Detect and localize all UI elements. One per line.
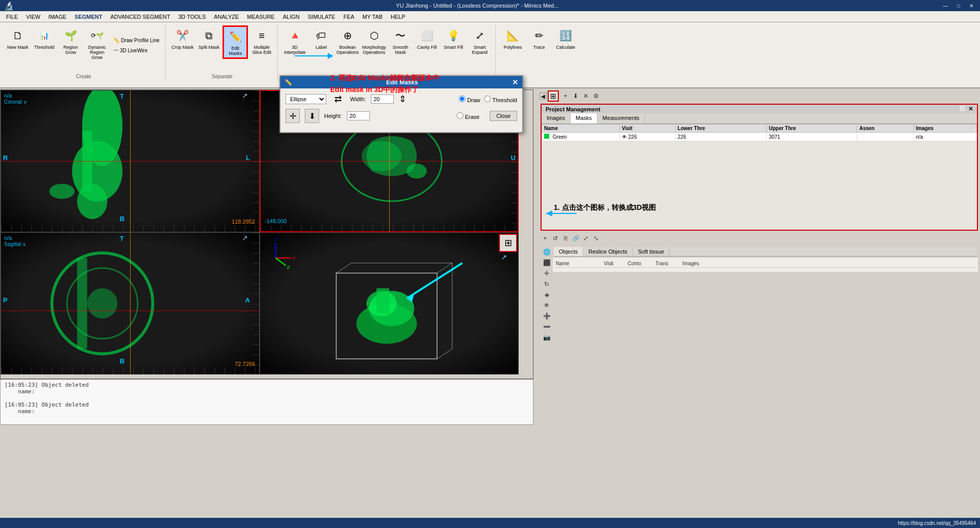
- smart-expand-label: Smart Expand: [468, 45, 491, 55]
- rotate-icon[interactable]: ↻: [542, 279, 551, 289]
- add-3d-button[interactable]: +: [541, 234, 550, 243]
- smart-expand-button[interactable]: ⤢ Smart Expand: [467, 25, 492, 57]
- add-3d-icon[interactable]: ➕: [542, 312, 551, 321]
- 3d-visualization: Y X Z: [260, 233, 518, 374]
- settings-icon-r[interactable]: ⚙: [591, 91, 600, 101]
- pm-expand-icon[interactable]: ⬜: [959, 106, 966, 112]
- edit-masks-button[interactable]: ✏️ Edit Masks: [223, 25, 248, 59]
- viewport-3d[interactable]: Y X Z ⊞ ↗: [260, 232, 519, 375]
- threshold-button[interactable]: 📊 Threshold: [31, 25, 57, 62]
- menu-help[interactable]: HELP: [387, 13, 409, 21]
- erase-radio[interactable]: [457, 112, 463, 119]
- minus-icon[interactable]: ➖: [542, 322, 551, 331]
- collapse-button[interactable]: ⤡: [591, 234, 600, 243]
- region-grow-button[interactable]: 🌱 RegionGrow: [58, 25, 83, 62]
- threshold-radio[interactable]: [484, 96, 491, 102]
- 3d-convert-button[interactable]: ⊞: [548, 90, 559, 102]
- pm-title-label: Project Management: [546, 106, 600, 112]
- height-input[interactable]: [347, 111, 370, 120]
- dialog-close-button[interactable]: ✕: [512, 78, 518, 86]
- crop-mask-button[interactable]: ✂️ Crop Mask: [170, 25, 195, 59]
- polylines-button[interactable]: 📐 Polylines: [500, 25, 525, 52]
- link-button[interactable]: 🔗: [571, 234, 580, 243]
- letter-b-sagittal: B: [120, 357, 124, 365]
- menu-image[interactable]: IMAGE: [44, 13, 70, 21]
- menu-3d-tools[interactable]: 3D TOOLS: [174, 13, 210, 21]
- objects-area: Objects Reslice Objects Soft tissue Name…: [553, 246, 978, 344]
- viewport-coronal[interactable]: n/a Coronal ∨ T B R L 118.2852 ↗: [1, 90, 260, 232]
- pm-tab-images[interactable]: Images: [542, 113, 571, 123]
- cavity-fill-button[interactable]: ⬜ Cavity Fill: [414, 25, 439, 57]
- new-mask-button[interactable]: 🗋 New Mask: [5, 25, 30, 62]
- svg-line-15: [437, 349, 452, 359]
- close-dialog-button[interactable]: Close: [490, 111, 517, 121]
- menu-analyze[interactable]: ANALYZE: [210, 13, 243, 21]
- close-icon-r[interactable]: ✕: [581, 91, 590, 101]
- dialog-body: Ellipse Rectangle ⇄ Width: ⇕ Draw Thresh…: [280, 88, 522, 132]
- 3d-livewire-button[interactable]: 〰 3D LiveWire: [111, 46, 162, 55]
- na-label: n/a: [4, 92, 12, 99]
- left-column: n/a Coronal ∨ T B R L 118.2852 ↗: [0, 88, 539, 528]
- sagittal-expand[interactable]: ↗: [242, 234, 248, 242]
- panel-collapse-button[interactable]: ◀: [540, 92, 547, 100]
- menu-fea[interactable]: FEA: [339, 13, 358, 21]
- menu-advanced-segment[interactable]: ADVANCED SEGMENT: [106, 13, 174, 21]
- camera-icon[interactable]: 📷: [542, 333, 551, 342]
- smart-fill-button[interactable]: 💡 Smart Fill: [440, 25, 466, 57]
- menu-measure[interactable]: MEASURE: [243, 13, 278, 21]
- maximize-button[interactable]: □: [955, 3, 963, 9]
- trace-button[interactable]: ✏ Trace: [526, 25, 552, 52]
- pm-close-icon[interactable]: ✕: [968, 106, 973, 112]
- ruler-v-sagittal: [253, 233, 259, 374]
- split-mask-button[interactable]: ⧉ Split Mask: [196, 25, 222, 59]
- eye-3d-icon[interactable]: 👁: [542, 301, 551, 310]
- expand-button[interactable]: ⤢: [581, 234, 590, 243]
- polylines-icon: 📐: [504, 27, 521, 44]
- dynamic-region-button[interactable]: ⟳🌱 Dynamic RegionGrow: [84, 25, 110, 62]
- download-icon-btn[interactable]: ⬇: [305, 109, 319, 123]
- reset-button[interactable]: ↺: [551, 234, 560, 243]
- move-icon[interactable]: ✛: [542, 269, 551, 278]
- log-line-1: [16:05:23] Object deleted: [5, 382, 529, 388]
- cavity-fill-icon: ⬜: [419, 27, 435, 44]
- menu-view[interactable]: VIEW: [22, 13, 44, 21]
- close-button[interactable]: ✕: [967, 3, 976, 9]
- mode-radio-group: Draw Threshold: [459, 96, 517, 103]
- minimize-button[interactable]: —: [940, 3, 951, 9]
- tab-objects[interactable]: Objects: [554, 247, 583, 256]
- download-button[interactable]: ⬇: [571, 91, 580, 101]
- menu-align[interactable]: ALIGN: [279, 13, 304, 21]
- smooth-mask-button[interactable]: 〜 Smooth Mask: [388, 25, 413, 57]
- layers-icon[interactable]: ◈: [542, 290, 551, 299]
- pm-table: Name Visit Lower Thre Upper Thre Assen I…: [542, 124, 977, 141]
- boolean-button[interactable]: ⊕ BooleanOperations: [335, 25, 360, 57]
- tab-soft-tissue[interactable]: Soft tissue: [633, 247, 670, 256]
- menu-file[interactable]: FILE: [2, 13, 22, 21]
- viewport-sagittal[interactable]: n/a Sagittal ∨ T B P A 72.7266 ↗: [1, 232, 260, 375]
- eye-icon[interactable]: 👁: [622, 134, 627, 140]
- 3d-expand[interactable]: ↗: [501, 253, 507, 261]
- dialog-shape-select[interactable]: Ellipse Rectangle: [286, 94, 326, 104]
- globe-icon[interactable]: 🌐: [542, 247, 551, 257]
- crop-icon-btn[interactable]: ✛: [286, 109, 300, 123]
- copy-button[interactable]: ⎘: [561, 234, 570, 243]
- 3d-cube-icon[interactable]: ⬛: [542, 258, 551, 267]
- menu-mytab[interactable]: MY TAB: [358, 13, 387, 21]
- pm-controls: ⬜ ✕: [959, 106, 973, 112]
- morphology-button[interactable]: ⬡ MorphologyOperations: [361, 25, 387, 57]
- width-input[interactable]: [371, 95, 394, 104]
- tab-reslice[interactable]: Reslice Objects: [583, 247, 633, 256]
- coronal-expand[interactable]: ↗: [242, 91, 248, 100]
- add-button[interactable]: +: [561, 91, 570, 101]
- pm-tab-measurements[interactable]: Measurements: [597, 113, 645, 123]
- 3d-view-icon[interactable]: ⊞: [499, 234, 517, 252]
- draw-profile-line-button[interactable]: 📏 Draw Profile Line: [111, 36, 162, 45]
- menu-simulate[interactable]: SIMULATE: [304, 13, 339, 21]
- mask-images-cell: n/a: [913, 133, 976, 141]
- multiple-slice-button[interactable]: ≡ MultipleSlice Edit: [249, 25, 274, 59]
- mask-upper-cell: 3071: [767, 133, 857, 141]
- draw-radio[interactable]: [459, 96, 465, 102]
- calculate-button[interactable]: 🔢 Calculate: [553, 25, 578, 52]
- menu-segment[interactable]: SEGMENT: [71, 13, 106, 21]
- pm-tab-masks[interactable]: Masks: [571, 113, 597, 123]
